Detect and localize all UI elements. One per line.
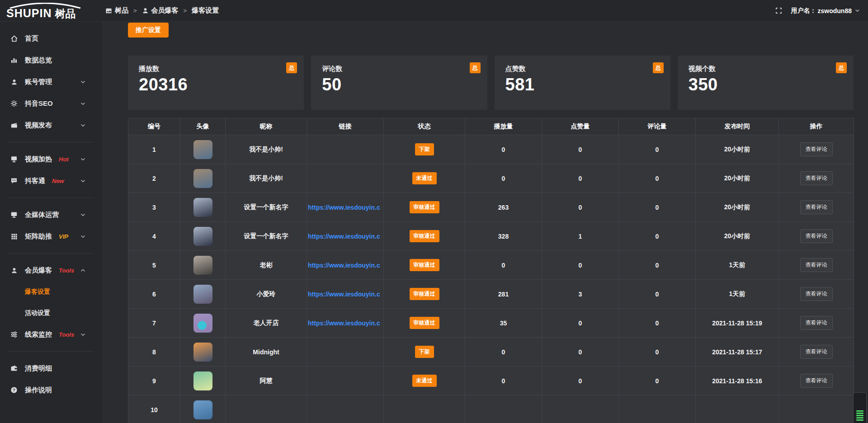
cell-action: 查看评论 bbox=[779, 280, 854, 309]
stat-card-label: 点赞数 bbox=[505, 65, 660, 73]
help-icon: ? bbox=[10, 386, 18, 394]
cell-link bbox=[307, 395, 384, 423]
sidebar-divider bbox=[8, 351, 94, 352]
username-label: 用户名： bbox=[791, 7, 816, 15]
sidebar-item-操作说明[interactable]: ?操作说明 bbox=[0, 379, 102, 401]
floating-widget[interactable] bbox=[853, 392, 867, 423]
sidebar-item-抖音SEO[interactable]: 抖音SEO bbox=[0, 93, 102, 114]
avatar bbox=[193, 343, 212, 362]
stat-card-播放数: 播放数20316总 bbox=[128, 56, 304, 110]
view-comments-button[interactable]: 查看评论 bbox=[800, 142, 833, 156]
view-comments-button[interactable]: 查看评论 bbox=[800, 345, 833, 359]
table-row: 6小爱玲https://www.iesdouyin.c审核通过281301天前查… bbox=[128, 280, 854, 309]
topbar-right: 用户名： zswodun88 bbox=[775, 7, 868, 15]
signal-bar bbox=[856, 415, 863, 416]
promo-settings-button[interactable]: 推广设置 bbox=[128, 23, 169, 38]
status-badge: 审核通过 bbox=[410, 259, 439, 271]
cell-status: 审核通过 bbox=[384, 309, 465, 338]
sidebar-item-数据总览[interactable]: 数据总览 bbox=[0, 49, 102, 71]
user-menu[interactable]: 用户名： zswodun88 bbox=[791, 7, 860, 15]
sidebar-item-tag: VIP bbox=[59, 233, 68, 240]
view-comments-button[interactable]: 查看评论 bbox=[800, 287, 833, 301]
cell-link bbox=[307, 164, 384, 193]
username-value: zswodun88 bbox=[818, 7, 852, 14]
stat-card-label: 视频个数 bbox=[689, 65, 843, 73]
status-badge: 未通过 bbox=[412, 375, 437, 387]
sidebar-item-会员爆客[interactable]: 会员爆客Tools bbox=[0, 259, 102, 281]
cell-action bbox=[779, 395, 854, 423]
sidebar-item-label: 会员爆客 bbox=[25, 266, 52, 275]
table-row: 1我不是小帅!下架00020小时前查看评论 bbox=[128, 135, 854, 164]
cell-nickname: 我不是小帅! bbox=[226, 164, 307, 193]
video-link[interactable]: https://www.iesdouyin.c bbox=[308, 291, 380, 298]
cell-comments: 0 bbox=[619, 338, 696, 367]
cell-number: 8 bbox=[128, 338, 180, 367]
sidebar-item-视频发布[interactable]: 视频发布 bbox=[0, 114, 102, 136]
sidebar-item-视频加热[interactable]: 视频加热Hot bbox=[0, 148, 102, 170]
table-row: 8Midnight下架0002021-11-28 15:17查看评论 bbox=[128, 338, 854, 367]
sidebar-item-label: 矩阵助推 bbox=[25, 232, 52, 241]
cell-publish-time: 2021-11-28 15:16 bbox=[696, 367, 779, 395]
cell-avatar bbox=[180, 222, 226, 251]
cell-avatar bbox=[180, 280, 226, 309]
cell-number: 1 bbox=[128, 135, 180, 164]
sidebar-subitem-活动设置[interactable]: 活动设置 bbox=[0, 302, 102, 324]
breadcrumb-item[interactable]: 爆客设置 bbox=[192, 6, 219, 15]
cell-plays: 0 bbox=[465, 135, 542, 164]
cell-action: 查看评论 bbox=[779, 251, 854, 280]
sidebar-item-首页[interactable]: 首页 bbox=[0, 28, 102, 49]
logo-text-cn: 树品 bbox=[55, 9, 75, 19]
sidebar-item-tag: Hot bbox=[59, 156, 69, 163]
view-comments-button[interactable]: 查看评论 bbox=[800, 258, 833, 272]
gear-icon bbox=[10, 100, 18, 107]
sidebar-item-抖客通[interactable]: 抖客通New bbox=[0, 170, 102, 192]
cell-number: 6 bbox=[128, 280, 180, 309]
chevron-down-icon bbox=[79, 158, 87, 161]
stat-card-value: 350 bbox=[689, 75, 843, 94]
stat-cards: 播放数20316总评论数50总点赞数581总视频个数350总 bbox=[128, 56, 854, 110]
video-link[interactable]: https://www.iesdouyin.c bbox=[308, 233, 380, 240]
stat-card-value: 50 bbox=[322, 75, 476, 94]
cell-status: 未通过 bbox=[384, 367, 465, 395]
sidebar-item-账号管理[interactable]: 账号管理 bbox=[0, 71, 102, 93]
cell-avatar bbox=[180, 395, 226, 423]
status-badge: 下架 bbox=[415, 143, 434, 155]
sidebar-item-线索监控[interactable]: 线索监控Tools bbox=[0, 324, 102, 345]
video-link[interactable]: https://www.iesdouyin.c bbox=[308, 204, 380, 211]
cell-action: 查看评论 bbox=[779, 135, 854, 164]
breadcrumb: 树品>会员爆客>爆客设置 bbox=[105, 6, 219, 15]
cell-likes: 0 bbox=[542, 135, 619, 164]
cell-likes: 0 bbox=[542, 251, 619, 280]
stat-card-total-badge: 总 bbox=[836, 62, 847, 73]
sidebar-item-label: 线索监控 bbox=[25, 330, 52, 339]
cell-link: https://www.iesdouyin.c bbox=[307, 309, 384, 338]
column-header-编号: 编号 bbox=[128, 118, 180, 135]
view-comments-button[interactable]: 查看评论 bbox=[800, 229, 833, 243]
view-comments-button[interactable]: 查看评论 bbox=[800, 374, 833, 388]
view-comments-button[interactable]: 查看评论 bbox=[800, 200, 833, 214]
cell-action: 查看评论 bbox=[779, 309, 854, 338]
member-icon bbox=[10, 267, 18, 274]
cell-likes bbox=[542, 395, 619, 423]
grid-icon bbox=[10, 233, 18, 240]
column-header-点赞量: 点赞量 bbox=[542, 118, 619, 135]
view-comments-button[interactable]: 查看评论 bbox=[800, 316, 833, 330]
status-badge: 下架 bbox=[415, 346, 434, 358]
column-header-评论量: 评论量 bbox=[619, 118, 696, 135]
cell-plays: 35 bbox=[465, 309, 542, 338]
video-link[interactable]: https://www.iesdouyin.c bbox=[308, 320, 380, 327]
cell-action: 查看评论 bbox=[779, 222, 854, 251]
cell-link: https://www.iesdouyin.c bbox=[307, 280, 384, 309]
cell-action: 查看评论 bbox=[779, 164, 854, 193]
view-comments-button[interactable]: 查看评论 bbox=[800, 171, 833, 185]
sidebar-item-矩阵助推[interactable]: 矩阵助推VIP bbox=[0, 226, 102, 247]
sidebar-item-全媒体运营[interactable]: 全媒体运营 bbox=[0, 204, 102, 226]
cell-link: https://www.iesdouyin.c bbox=[307, 222, 384, 251]
fullscreen-icon[interactable] bbox=[775, 7, 782, 14]
video-link[interactable]: https://www.iesdouyin.c bbox=[308, 262, 380, 269]
cell-avatar bbox=[180, 164, 226, 193]
breadcrumb-item[interactable]: 会员爆客 bbox=[142, 6, 179, 15]
sidebar-item-消费明细[interactable]: 消费明细 bbox=[0, 357, 102, 379]
breadcrumb-item[interactable]: 树品 bbox=[105, 6, 128, 15]
sidebar-subitem-爆客设置[interactable]: 爆客设置 bbox=[0, 281, 102, 302]
